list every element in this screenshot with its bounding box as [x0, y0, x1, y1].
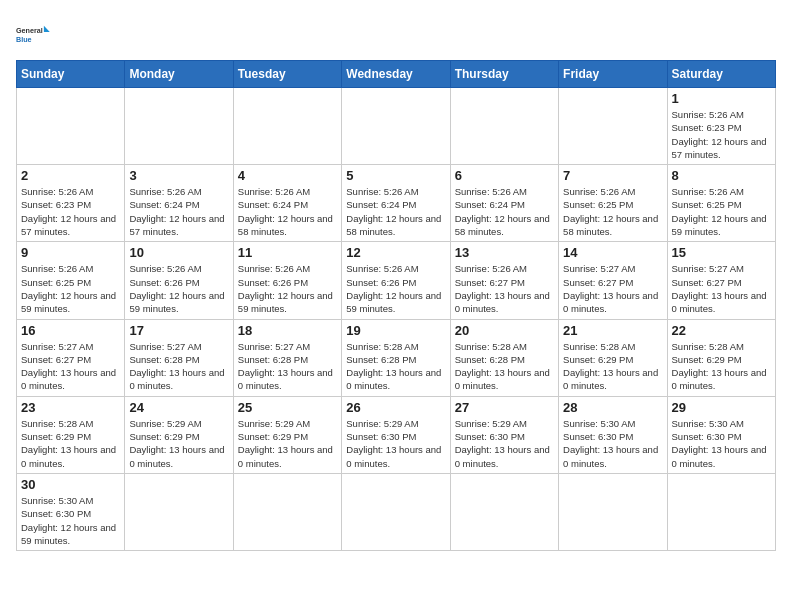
day-number: 15 — [672, 245, 771, 260]
day-info: Sunrise: 5:30 AM Sunset: 6:30 PM Dayligh… — [563, 417, 662, 470]
calendar-cell: 4Sunrise: 5:26 AM Sunset: 6:24 PM Daylig… — [233, 165, 341, 242]
day-info: Sunrise: 5:26 AM Sunset: 6:26 PM Dayligh… — [346, 262, 445, 315]
day-info: Sunrise: 5:28 AM Sunset: 6:29 PM Dayligh… — [563, 340, 662, 393]
day-number: 18 — [238, 323, 337, 338]
calendar-cell: 25Sunrise: 5:29 AM Sunset: 6:29 PM Dayli… — [233, 396, 341, 473]
week-row-2: 9Sunrise: 5:26 AM Sunset: 6:25 PM Daylig… — [17, 242, 776, 319]
day-number: 25 — [238, 400, 337, 415]
calendar-cell: 21Sunrise: 5:28 AM Sunset: 6:29 PM Dayli… — [559, 319, 667, 396]
day-info: Sunrise: 5:27 AM Sunset: 6:27 PM Dayligh… — [21, 340, 120, 393]
day-number: 1 — [672, 91, 771, 106]
logo-icon: GeneralBlue — [16, 16, 52, 52]
day-number: 9 — [21, 245, 120, 260]
calendar-cell: 20Sunrise: 5:28 AM Sunset: 6:28 PM Dayli… — [450, 319, 558, 396]
logo: GeneralBlue — [16, 16, 52, 52]
calendar-cell: 22Sunrise: 5:28 AM Sunset: 6:29 PM Dayli… — [667, 319, 775, 396]
calendar-cell: 16Sunrise: 5:27 AM Sunset: 6:27 PM Dayli… — [17, 319, 125, 396]
calendar-cell: 23Sunrise: 5:28 AM Sunset: 6:29 PM Dayli… — [17, 396, 125, 473]
day-info: Sunrise: 5:30 AM Sunset: 6:30 PM Dayligh… — [21, 494, 120, 547]
day-info: Sunrise: 5:27 AM Sunset: 6:28 PM Dayligh… — [129, 340, 228, 393]
calendar-cell — [233, 88, 341, 165]
calendar-cell — [450, 473, 558, 550]
day-info: Sunrise: 5:29 AM Sunset: 6:29 PM Dayligh… — [129, 417, 228, 470]
calendar-cell — [559, 88, 667, 165]
week-row-0: 1Sunrise: 5:26 AM Sunset: 6:23 PM Daylig… — [17, 88, 776, 165]
day-info: Sunrise: 5:30 AM Sunset: 6:30 PM Dayligh… — [672, 417, 771, 470]
calendar-cell: 29Sunrise: 5:30 AM Sunset: 6:30 PM Dayli… — [667, 396, 775, 473]
day-number: 2 — [21, 168, 120, 183]
weekday-header-saturday: Saturday — [667, 61, 775, 88]
calendar-cell: 12Sunrise: 5:26 AM Sunset: 6:26 PM Dayli… — [342, 242, 450, 319]
day-number: 28 — [563, 400, 662, 415]
day-number: 12 — [346, 245, 445, 260]
svg-marker-2 — [44, 26, 50, 32]
calendar-cell: 18Sunrise: 5:27 AM Sunset: 6:28 PM Dayli… — [233, 319, 341, 396]
day-info: Sunrise: 5:26 AM Sunset: 6:27 PM Dayligh… — [455, 262, 554, 315]
calendar-cell: 17Sunrise: 5:27 AM Sunset: 6:28 PM Dayli… — [125, 319, 233, 396]
calendar-cell: 13Sunrise: 5:26 AM Sunset: 6:27 PM Dayli… — [450, 242, 558, 319]
day-number: 20 — [455, 323, 554, 338]
weekday-header-friday: Friday — [559, 61, 667, 88]
calendar-table: SundayMondayTuesdayWednesdayThursdayFrid… — [16, 60, 776, 551]
day-info: Sunrise: 5:29 AM Sunset: 6:29 PM Dayligh… — [238, 417, 337, 470]
day-info: Sunrise: 5:29 AM Sunset: 6:30 PM Dayligh… — [455, 417, 554, 470]
day-info: Sunrise: 5:26 AM Sunset: 6:24 PM Dayligh… — [455, 185, 554, 238]
day-number: 5 — [346, 168, 445, 183]
weekday-header-tuesday: Tuesday — [233, 61, 341, 88]
day-info: Sunrise: 5:27 AM Sunset: 6:27 PM Dayligh… — [672, 262, 771, 315]
week-row-1: 2Sunrise: 5:26 AM Sunset: 6:23 PM Daylig… — [17, 165, 776, 242]
day-number: 4 — [238, 168, 337, 183]
svg-text:General: General — [16, 26, 43, 35]
weekday-header-monday: Monday — [125, 61, 233, 88]
day-info: Sunrise: 5:29 AM Sunset: 6:30 PM Dayligh… — [346, 417, 445, 470]
day-info: Sunrise: 5:27 AM Sunset: 6:28 PM Dayligh… — [238, 340, 337, 393]
calendar-cell: 30Sunrise: 5:30 AM Sunset: 6:30 PM Dayli… — [17, 473, 125, 550]
calendar-cell: 15Sunrise: 5:27 AM Sunset: 6:27 PM Dayli… — [667, 242, 775, 319]
calendar-cell: 7Sunrise: 5:26 AM Sunset: 6:25 PM Daylig… — [559, 165, 667, 242]
day-number: 23 — [21, 400, 120, 415]
day-info: Sunrise: 5:26 AM Sunset: 6:24 PM Dayligh… — [238, 185, 337, 238]
calendar-cell — [667, 473, 775, 550]
calendar-cell: 14Sunrise: 5:27 AM Sunset: 6:27 PM Dayli… — [559, 242, 667, 319]
day-number: 30 — [21, 477, 120, 492]
day-number: 3 — [129, 168, 228, 183]
day-number: 14 — [563, 245, 662, 260]
day-info: Sunrise: 5:26 AM Sunset: 6:24 PM Dayligh… — [129, 185, 228, 238]
day-info: Sunrise: 5:28 AM Sunset: 6:29 PM Dayligh… — [672, 340, 771, 393]
day-number: 26 — [346, 400, 445, 415]
calendar-cell: 28Sunrise: 5:30 AM Sunset: 6:30 PM Dayli… — [559, 396, 667, 473]
weekday-header-sunday: Sunday — [17, 61, 125, 88]
day-info: Sunrise: 5:28 AM Sunset: 6:28 PM Dayligh… — [455, 340, 554, 393]
calendar-cell: 5Sunrise: 5:26 AM Sunset: 6:24 PM Daylig… — [342, 165, 450, 242]
day-number: 21 — [563, 323, 662, 338]
day-number: 6 — [455, 168, 554, 183]
calendar-cell: 24Sunrise: 5:29 AM Sunset: 6:29 PM Dayli… — [125, 396, 233, 473]
calendar-cell — [233, 473, 341, 550]
day-number: 27 — [455, 400, 554, 415]
calendar-cell: 6Sunrise: 5:26 AM Sunset: 6:24 PM Daylig… — [450, 165, 558, 242]
calendar-cell — [342, 473, 450, 550]
day-number: 13 — [455, 245, 554, 260]
day-info: Sunrise: 5:28 AM Sunset: 6:29 PM Dayligh… — [21, 417, 120, 470]
weekday-header-wednesday: Wednesday — [342, 61, 450, 88]
calendar-cell: 10Sunrise: 5:26 AM Sunset: 6:26 PM Dayli… — [125, 242, 233, 319]
day-info: Sunrise: 5:26 AM Sunset: 6:25 PM Dayligh… — [672, 185, 771, 238]
day-info: Sunrise: 5:26 AM Sunset: 6:24 PM Dayligh… — [346, 185, 445, 238]
calendar-cell: 2Sunrise: 5:26 AM Sunset: 6:23 PM Daylig… — [17, 165, 125, 242]
svg-text:Blue: Blue — [16, 35, 32, 44]
day-number: 22 — [672, 323, 771, 338]
calendar-cell — [342, 88, 450, 165]
week-row-3: 16Sunrise: 5:27 AM Sunset: 6:27 PM Dayli… — [17, 319, 776, 396]
calendar-cell: 1Sunrise: 5:26 AM Sunset: 6:23 PM Daylig… — [667, 88, 775, 165]
day-number: 7 — [563, 168, 662, 183]
week-row-4: 23Sunrise: 5:28 AM Sunset: 6:29 PM Dayli… — [17, 396, 776, 473]
day-info: Sunrise: 5:26 AM Sunset: 6:23 PM Dayligh… — [672, 108, 771, 161]
day-number: 8 — [672, 168, 771, 183]
calendar-cell: 26Sunrise: 5:29 AM Sunset: 6:30 PM Dayli… — [342, 396, 450, 473]
day-info: Sunrise: 5:26 AM Sunset: 6:23 PM Dayligh… — [21, 185, 120, 238]
calendar-cell: 11Sunrise: 5:26 AM Sunset: 6:26 PM Dayli… — [233, 242, 341, 319]
day-number: 17 — [129, 323, 228, 338]
calendar-cell: 9Sunrise: 5:26 AM Sunset: 6:25 PM Daylig… — [17, 242, 125, 319]
calendar-cell: 19Sunrise: 5:28 AM Sunset: 6:28 PM Dayli… — [342, 319, 450, 396]
day-number: 29 — [672, 400, 771, 415]
